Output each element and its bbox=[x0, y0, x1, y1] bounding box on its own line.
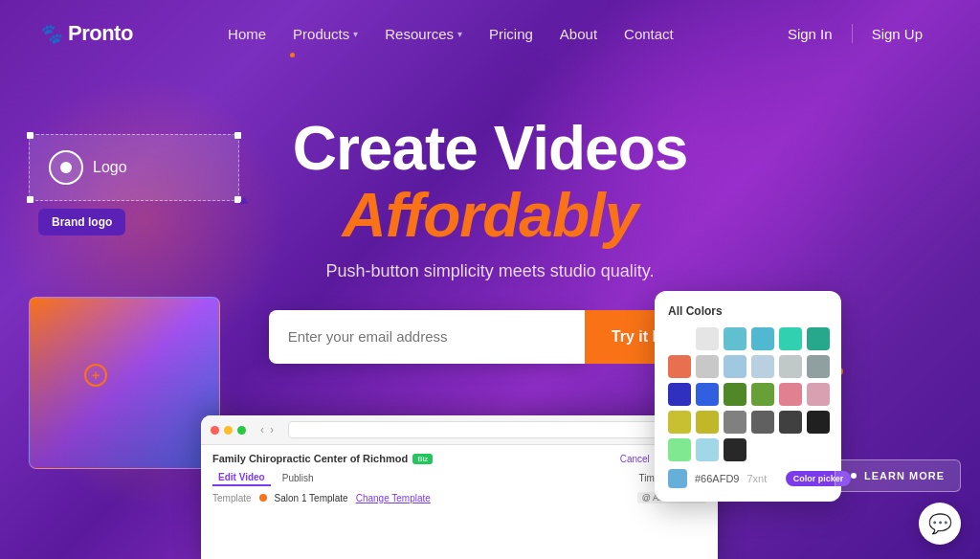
template-label: Template bbox=[212, 493, 252, 503]
editor-tab-row: Edit Video Publish Timeline bbox=[212, 470, 706, 486]
editor-titlebar: ‹ › bbox=[201, 415, 718, 445]
nav-home[interactable]: Home bbox=[228, 26, 266, 42]
color-swatch[interactable] bbox=[696, 438, 719, 461]
editor-template-row: Template Salon 1 Template Change Templat… bbox=[212, 492, 706, 503]
color-swatch[interactable] bbox=[751, 355, 774, 378]
cancel-link[interactable]: Cancel bbox=[620, 454, 650, 464]
tab-edit-video[interactable]: Edit Video bbox=[212, 470, 271, 486]
window-close-dot bbox=[211, 426, 219, 435]
hero-subtitle: Push-button simplicity meets studio qual… bbox=[0, 261, 980, 281]
nav-pricing[interactable]: Pricing bbox=[489, 26, 533, 42]
products-chevron: ▾ bbox=[353, 29, 358, 39]
window-maximize-dot bbox=[237, 426, 246, 435]
color-picker-title: All Colors bbox=[668, 304, 828, 318]
color-swatch[interactable] bbox=[779, 383, 802, 406]
brand-name: Pronto bbox=[68, 21, 133, 46]
nav-resources[interactable]: Resources ▾ bbox=[385, 26, 462, 42]
color-swatch[interactable] bbox=[696, 411, 719, 434]
learn-more-dot bbox=[851, 473, 857, 479]
nav-links: Home Products ▾ Resources ▾ Pricing Abou… bbox=[228, 26, 674, 42]
color-swatch[interactable] bbox=[724, 411, 746, 434]
color-swatch[interactable] bbox=[696, 327, 719, 350]
color-swatch[interactable] bbox=[668, 383, 691, 406]
window-minimize-dot bbox=[224, 426, 233, 435]
brand-logo[interactable]: 🐾 Pronto bbox=[38, 21, 133, 46]
template-color-dot bbox=[259, 494, 267, 502]
hero-title-line2: Affordably bbox=[0, 182, 980, 249]
navbar: 🐾 Pronto Home Products ▾ Resources ▾ Pri… bbox=[0, 0, 980, 67]
color-swatch[interactable] bbox=[807, 383, 830, 406]
nav-about[interactable]: About bbox=[560, 26, 597, 42]
learn-more-button[interactable]: LEARN MORE bbox=[835, 459, 961, 492]
color-type-label: 7xnt bbox=[746, 473, 767, 484]
email-input-wrapper bbox=[269, 310, 585, 364]
color-swatch[interactable] bbox=[724, 438, 746, 461]
nav-products[interactable]: Products ▾ bbox=[293, 26, 358, 42]
hero-title-line1: Create Videos bbox=[0, 115, 980, 182]
clinic-badge: Biz bbox=[412, 454, 433, 464]
color-swatch[interactable] bbox=[807, 411, 830, 434]
color-swatch[interactable] bbox=[751, 327, 774, 350]
video-editor-mockup: ‹ › Family Chiropractic Center of Richmo… bbox=[201, 415, 718, 559]
color-hex-value: #66AFD9 bbox=[695, 473, 739, 484]
logo-icon: 🐾 bbox=[38, 22, 62, 45]
color-swatch[interactable] bbox=[807, 327, 830, 350]
change-template-link[interactable]: Change Template bbox=[356, 493, 431, 503]
color-swatch[interactable] bbox=[724, 327, 746, 350]
color-picker-hex-row: #66AFD9 7xnt Color picker bbox=[668, 469, 828, 488]
color-swatch[interactable] bbox=[696, 355, 719, 378]
email-input[interactable] bbox=[288, 328, 566, 345]
back-icon[interactable]: ‹ bbox=[260, 423, 264, 436]
sign-in-button[interactable]: Sign In bbox=[768, 18, 852, 50]
editor-nav-icons: ‹ › bbox=[260, 423, 274, 436]
color-swatch[interactable] bbox=[779, 355, 802, 378]
template-name: Salon 1 Template bbox=[275, 493, 348, 503]
color-swatch[interactable] bbox=[779, 411, 802, 434]
editor-top-row: Family Chiropractic Center of Richmod Bi… bbox=[212, 453, 706, 464]
color-hex-display bbox=[668, 469, 687, 488]
chat-bubble[interactable]: 💬 bbox=[919, 503, 961, 545]
color-swatch[interactable] bbox=[724, 383, 746, 406]
sign-up-button[interactable]: Sign Up bbox=[853, 18, 942, 50]
color-swatch[interactable] bbox=[668, 438, 691, 461]
url-bar[interactable] bbox=[288, 421, 699, 438]
color-swatch[interactable] bbox=[724, 355, 746, 378]
color-swatch[interactable] bbox=[751, 383, 774, 406]
color-swatch[interactable] bbox=[668, 411, 691, 434]
color-swatch[interactable] bbox=[696, 383, 719, 406]
color-swatch[interactable] bbox=[807, 355, 830, 378]
nav-contact[interactable]: Contact bbox=[624, 26, 674, 42]
color-swatch-grid bbox=[668, 327, 828, 461]
color-picker-widget: All Colors #66AFD9 7xnt Color picker bbox=[655, 291, 841, 502]
editor-content: Family Chiropractic Center of Richmod Bi… bbox=[201, 445, 718, 511]
color-swatch[interactable] bbox=[668, 327, 691, 350]
chat-icon: 💬 bbox=[928, 512, 952, 535]
color-swatch[interactable] bbox=[779, 327, 802, 350]
clinic-name: Family Chiropractic Center of Richmod bbox=[212, 453, 408, 464]
auth-buttons: Sign In Sign Up bbox=[768, 18, 942, 50]
tab-publish[interactable]: Publish bbox=[277, 471, 320, 485]
color-swatch[interactable] bbox=[751, 411, 774, 434]
color-swatch[interactable] bbox=[668, 355, 691, 378]
forward-icon[interactable]: › bbox=[270, 423, 274, 436]
plus-dot: + bbox=[84, 364, 107, 387]
resources-chevron: ▾ bbox=[457, 29, 462, 39]
